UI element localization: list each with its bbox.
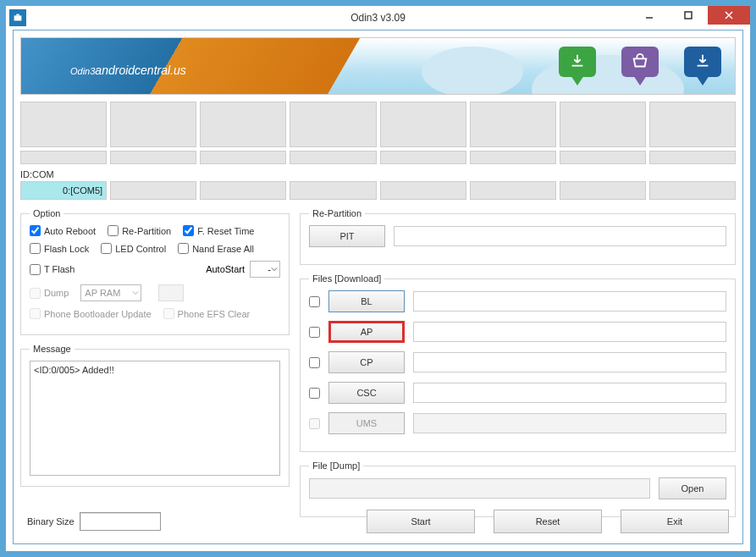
ums-button: UMS	[328, 412, 405, 434]
com-status	[20, 151, 107, 164]
autostart-select[interactable]: -	[250, 261, 280, 278]
phone-bootloader-checkbox: Phone Bootloader Update	[30, 308, 152, 319]
com-slot	[20, 102, 107, 147]
file-dump-legend: File [Dump]	[309, 460, 363, 471]
t-flash-checkbox[interactable]: T Flash	[30, 264, 74, 275]
com-status	[290, 151, 376, 164]
binary-size-label: Binary Size	[27, 516, 74, 527]
titlebar: Odin3 v3.09	[6, 6, 750, 30]
svg-rect-0	[14, 15, 22, 20]
message-group: Message	[20, 344, 290, 487]
cp-path[interactable]	[413, 352, 726, 372]
com-status	[200, 151, 286, 164]
app-icon	[9, 9, 26, 26]
option-group: Option Auto Reboot Re-Partition F. Reset…	[20, 208, 290, 335]
f-reset-time-checkbox[interactable]: F. Reset Time	[183, 225, 254, 236]
re-partition-checkbox[interactable]: Re-Partition	[108, 225, 171, 236]
com-slot	[290, 102, 376, 147]
idcom-slot	[470, 181, 556, 200]
idcom-slot	[290, 181, 376, 200]
file-dump-group: File [Dump] Open	[300, 460, 736, 517]
idcom-row: 0:[COM5]	[20, 181, 736, 200]
dump-value-box	[158, 284, 184, 301]
ap-button[interactable]: AP	[328, 321, 405, 343]
phone-efs-checkbox: Phone EFS Clear	[163, 308, 251, 319]
window-title: Odin3 v3.09	[350, 12, 406, 24]
maximize-button[interactable]	[669, 6, 708, 25]
pit-button[interactable]: PIT	[309, 225, 385, 247]
app-window: Odin3 v3.09 Odin3androidcentral.us ID:CO…	[5, 5, 751, 552]
pin-icon	[679, 43, 726, 91]
message-log[interactable]	[30, 361, 280, 476]
bl-button[interactable]: BL	[328, 290, 405, 312]
flash-lock-checkbox[interactable]: Flash Lock	[30, 243, 89, 254]
open-button[interactable]: Open	[659, 477, 726, 499]
com-slot	[560, 102, 646, 147]
ap-path[interactable]	[413, 322, 726, 342]
auto-reboot-checkbox[interactable]: Auto Reboot	[30, 225, 96, 236]
nand-erase-all-checkbox[interactable]: Nand Erase All	[178, 243, 254, 254]
files-legend: Files [Download]	[309, 273, 384, 284]
com-slot	[380, 102, 466, 147]
dump-checkbox: Dump	[30, 288, 69, 299]
com-slot	[200, 102, 286, 147]
led-control-checkbox[interactable]: LED Control	[101, 243, 166, 254]
cloud-decoration	[422, 47, 523, 95]
pit-path[interactable]	[394, 226, 726, 246]
com-status	[470, 151, 556, 164]
com-slot	[649, 102, 736, 147]
option-legend: Option	[30, 208, 63, 218]
message-legend: Message	[30, 344, 74, 354]
cp-checkbox[interactable]	[309, 357, 320, 368]
reset-button[interactable]: Reset	[494, 510, 602, 533]
file-dump-path	[309, 478, 650, 499]
autostart-label: AutoStart	[206, 264, 245, 274]
com-slot	[110, 102, 196, 147]
pin-icon	[554, 43, 601, 91]
idcom-slot	[110, 181, 196, 200]
files-download-group: Files [Download] BL AP CP	[300, 273, 736, 452]
cp-button[interactable]: CP	[328, 351, 405, 373]
com-slot-row	[20, 102, 736, 147]
re-partition-group: Re-Partition PIT	[300, 208, 736, 265]
pin-icon	[616, 43, 664, 91]
csc-button[interactable]: CSC	[328, 382, 405, 404]
dump-select: AP RAM	[80, 284, 141, 301]
idcom-slot-active[interactable]: 0:[COM5]	[20, 181, 107, 200]
content-area: Odin3androidcentral.us ID:COM 0:[COM5] O…	[13, 30, 743, 544]
ums-checkbox	[309, 418, 320, 429]
close-button[interactable]	[708, 6, 750, 25]
svg-rect-1	[16, 14, 19, 16]
minimize-button[interactable]	[630, 6, 669, 25]
com-status	[649, 151, 736, 164]
idcom-label: ID:COM	[20, 169, 736, 179]
idcom-slot	[560, 181, 646, 200]
com-status	[110, 151, 196, 164]
idcom-slot	[200, 181, 286, 200]
csc-checkbox[interactable]	[309, 388, 320, 399]
bl-path[interactable]	[413, 291, 726, 312]
ap-checkbox[interactable]	[309, 327, 320, 338]
com-slot	[470, 102, 556, 147]
binary-size-box	[80, 512, 161, 531]
autostart-group: AutoStart -	[206, 261, 280, 278]
svg-rect-3	[685, 12, 692, 19]
idcom-slot	[649, 181, 736, 200]
re-partition-legend: Re-Partition	[309, 208, 365, 218]
banner-logo: Odin3androidcentral.us	[70, 53, 186, 80]
com-status	[560, 151, 646, 164]
ums-path	[413, 413, 726, 433]
com-status	[380, 151, 466, 164]
start-button[interactable]: Start	[367, 510, 475, 533]
com-status-row	[20, 151, 736, 164]
exit-button[interactable]: Exit	[621, 510, 729, 533]
idcom-slot	[380, 181, 466, 200]
banner: Odin3androidcentral.us	[20, 37, 736, 95]
csc-path[interactable]	[413, 383, 726, 403]
bl-checkbox[interactable]	[309, 296, 320, 307]
